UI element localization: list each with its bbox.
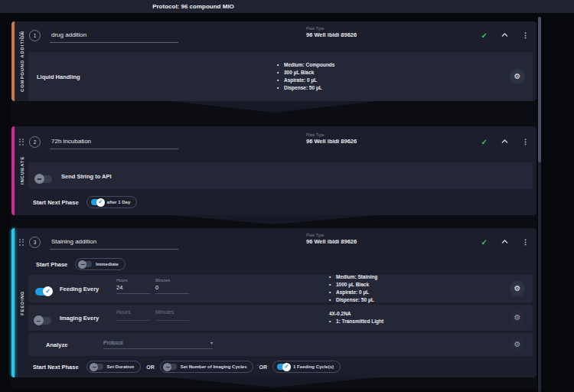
feeding-hours-field[interactable]: Hours 24 xyxy=(116,278,150,294)
collapse-chevron-icon[interactable] xyxy=(501,139,508,144)
immediate-pill[interactable]: Immediate xyxy=(75,258,126,270)
feeding-settings-button[interactable]: ⚙ xyxy=(510,281,525,296)
hours-value: 24 xyxy=(116,284,150,291)
gear-icon: ⚙ xyxy=(514,73,521,80)
set-imaging-cycles-pill[interactable]: Set Number of Imaging Cycles xyxy=(160,361,254,373)
imaging-every-toggle[interactable] xyxy=(35,317,51,325)
protocol-canvas: COMPOUND ADDITION 1 drug addition Plate … xyxy=(0,13,574,389)
drag-handle-icon[interactable] xyxy=(19,239,24,246)
summary-item: Medium: Staining xyxy=(329,273,377,281)
phase-header: 3 Staining addition Plate Type 96 Well i… xyxy=(11,228,536,256)
dropdown-value: Protocol xyxy=(103,340,210,345)
summary-item: Medium: Compounds xyxy=(277,61,334,69)
liquid-handling-summary: Medium: Compounds 300 µL Black Aspirate:… xyxy=(277,61,334,92)
flow-arrow-down xyxy=(171,377,377,387)
feeding-every-label: Feeding Every xyxy=(60,286,99,292)
send-string-api-toggle[interactable] xyxy=(36,175,52,183)
gear-icon: ⚙ xyxy=(514,314,521,322)
plate-type-block: Plate Type 96 Well ibidi 89626 xyxy=(306,233,357,246)
summary-item: Dispense: 50 µL xyxy=(329,296,377,304)
pill-label: Set Duration xyxy=(107,364,135,369)
more-options-icon[interactable]: ⋮ xyxy=(522,238,529,246)
imaging-every-row: Imaging Every Hours Minutes 4X-0.2NA 1: … xyxy=(28,305,533,331)
gear-icon: ⚙ xyxy=(514,285,521,292)
immediate-toggle[interactable] xyxy=(80,261,92,267)
feeding-every-toggle[interactable] xyxy=(35,288,51,296)
imaging-hours-field[interactable]: Hours xyxy=(116,307,150,321)
phase-number-badge: 1 xyxy=(29,30,41,41)
after-1-day-toggle[interactable] xyxy=(91,199,103,205)
plate-type-label: Plate Type xyxy=(306,233,357,238)
more-options-icon[interactable]: ⋮ xyxy=(522,31,529,39)
feeding-cycles-toggle[interactable] xyxy=(277,364,289,370)
drag-handle-icon[interactable] xyxy=(19,32,24,39)
page-title: Protocol: 96 compound MIO xyxy=(0,0,386,13)
valid-check-icon[interactable]: ✓ xyxy=(481,138,488,146)
phase-name-input[interactable]: drug addition xyxy=(50,31,178,43)
feeding-minutes-field[interactable]: Minutes 0 xyxy=(155,278,189,294)
valid-check-icon[interactable]: ✓ xyxy=(481,31,488,40)
gear-icon: ⚙ xyxy=(514,341,521,348)
summary-item: 1000 µL Black xyxy=(329,281,377,289)
phase-name-input[interactable]: Staining addition xyxy=(50,238,178,250)
feeding-summary: Medium: Staining 1000 µL Black Aspirate:… xyxy=(329,273,377,304)
hours-placeholder: Hours xyxy=(116,309,150,318)
plate-type-value: 96 Well ibidi 89626 xyxy=(306,138,357,145)
phase-flow-connector xyxy=(11,377,536,389)
set-imaging-cycles-toggle[interactable] xyxy=(165,364,177,370)
analyze-settings-button[interactable]: ⚙ xyxy=(510,337,525,352)
flow-arrow-down xyxy=(171,215,377,224)
start-phase-label: Start Phase xyxy=(36,261,67,268)
analyze-protocol-dropdown[interactable]: Protocol ▾ xyxy=(103,340,213,349)
phase-card-feeding: FEEDING 3 Staining addition Plate Type 9… xyxy=(11,228,536,377)
liquid-handling-label: Liquid Handling xyxy=(37,74,80,80)
plate-type-block: Plate Type 96 Well ibidi 89626 xyxy=(306,26,357,39)
plate-type-label: Plate Type xyxy=(306,132,357,138)
valid-check-icon[interactable]: ✓ xyxy=(481,238,488,247)
send-string-api-label: Send String to API xyxy=(61,172,112,179)
plate-type-block: Plate Type 96 Well ibidi 89626 xyxy=(306,132,357,145)
plate-type-label: Plate Type xyxy=(306,26,357,31)
analyze-label: Analyze xyxy=(46,341,67,348)
start-next-phase-row: Start Next Phase after 1 Day xyxy=(11,189,536,215)
summary-item: Dispense: 50 µL xyxy=(277,84,334,92)
after-1-day-pill[interactable]: after 1 Day xyxy=(86,196,138,208)
imaging-settings-button[interactable]: ⚙ xyxy=(510,310,525,325)
set-duration-toggle[interactable] xyxy=(91,364,103,370)
drag-handle-icon[interactable] xyxy=(19,139,24,145)
phase-name-input[interactable]: 72h incubation xyxy=(50,138,178,149)
chevron-down-icon: ▾ xyxy=(210,340,213,345)
liquid-handling-settings-button[interactable]: ⚙ xyxy=(510,69,525,84)
minutes-value: 0 xyxy=(155,284,189,291)
phase-header: 2 72h incubation Plate Type 96 Well ibid… xyxy=(11,126,536,157)
collapse-chevron-icon[interactable] xyxy=(501,33,508,38)
scrollbar-thumb[interactable] xyxy=(538,17,541,162)
phase-number-badge: 2 xyxy=(29,136,41,148)
start-next-phase-label: Start Next Phase xyxy=(33,364,79,371)
send-string-api-row: Send String to API xyxy=(28,162,533,189)
or-separator: OR xyxy=(259,364,267,370)
summary-item: Aspirate: 0 µL xyxy=(329,289,377,296)
hours-label: Hours xyxy=(116,278,150,283)
more-options-icon[interactable]: ⋮ xyxy=(522,138,529,145)
app-header: Protocol: 96 compound MIO xyxy=(0,0,574,13)
pill-label: Immediate xyxy=(96,262,119,266)
phase-flow-connector xyxy=(11,215,536,228)
pill-label: 1 Feeding Cycle(s) xyxy=(293,364,334,369)
set-duration-pill[interactable]: Set Duration xyxy=(86,361,142,373)
minutes-placeholder: Minutes xyxy=(155,309,189,318)
start-next-phase-row: Start Next Phase Set Duration OR Set Num… xyxy=(11,356,536,377)
pill-label: Set Number of Imaging Cycles xyxy=(181,364,247,369)
phase-number-badge: 3 xyxy=(29,237,41,248)
imaging-minutes-field[interactable]: Minutes xyxy=(155,307,189,321)
imaging-every-label: Imaging Every xyxy=(60,315,99,322)
feeding-cycles-pill[interactable]: 1 Feeding Cycle(s) xyxy=(272,361,341,373)
or-separator: OR xyxy=(146,364,155,370)
objective-label: 4X-0.2NA xyxy=(329,310,383,318)
collapse-chevron-icon[interactable] xyxy=(501,240,508,244)
summary-item: 300 µL Black xyxy=(277,69,334,77)
imaging-summary: 4X-0.2NA 1: Transmitted Light xyxy=(329,310,383,325)
vertical-scrollbar[interactable] xyxy=(538,17,541,392)
plate-type-value: 96 Well ibidi 89626 xyxy=(306,238,357,246)
plate-type-value: 96 Well ibidi 89626 xyxy=(306,31,357,39)
